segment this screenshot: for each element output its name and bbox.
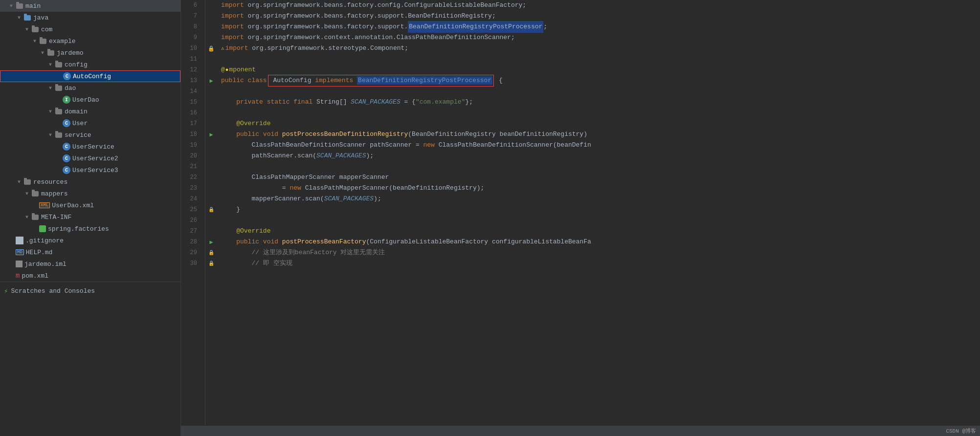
tree-item-main[interactable]: main <box>0 0 180 12</box>
path-8b: ; <box>543 22 547 32</box>
gutter-29: 🔒 <box>205 247 217 258</box>
comment-29: // 这里涉及到beanFactory 对这里无需关注 <box>251 247 385 258</box>
tree-item-java[interactable]: java <box>0 12 180 23</box>
tree-item-userservice[interactable]: C UserService <box>0 141 180 153</box>
tree-item-dao[interactable]: dao <box>0 82 180 94</box>
ln-24: 24 <box>181 194 201 204</box>
ln-23: 23 <box>181 183 201 194</box>
code-line-25: } <box>221 204 980 215</box>
tree-item-user[interactable]: C User <box>0 117 180 129</box>
annotation-12b: mponent <box>229 65 256 75</box>
code-line-8: import org.springframework.beans.factory… <box>221 22 980 32</box>
class-icon-autoconfig: C <box>63 72 71 80</box>
code-line-12: @●mponent <box>221 65 980 75</box>
type-cpms2: ClassPathMapperScanner( <box>305 183 393 194</box>
param-name-18: beanDefinitionRegistry <box>500 129 584 140</box>
ln-16: 16 <box>181 108 201 118</box>
ln-6: 6 <box>181 0 201 11</box>
gutter-24 <box>205 194 217 204</box>
tree-item-resources[interactable]: resources <box>0 176 180 188</box>
editor-gutter: 🔒 ▶ ▶ 🔒 ▶ 🔒 🔒 <box>205 0 217 425</box>
lock-icon-25: 🔒 <box>208 207 214 213</box>
tree-label-user: User <box>72 120 88 127</box>
tree-item-userdao[interactable]: I UserDao <box>0 94 180 106</box>
code-content[interactable]: import org.springframework.beans.factory… <box>217 0 980 425</box>
tree-item-userservice2[interactable]: C UserService2 <box>0 153 180 164</box>
scratches-icon: ⚡ <box>4 287 8 295</box>
tree-item-example[interactable]: example <box>0 35 180 47</box>
tree-item-metainf[interactable]: META-INF <box>0 211 180 223</box>
code-line-23: = new ClassPathMapperScanner(beanDefinit… <box>221 183 980 194</box>
arrow-domain <box>47 108 54 115</box>
tree-item-mappers[interactable]: mappers <box>0 188 180 199</box>
code-line-16 <box>221 108 980 118</box>
tree-label-gitignore: .gitignore <box>25 237 64 244</box>
type-cpms: ClassPathMapperScanner <box>251 172 339 183</box>
class-icon-userservice: C <box>63 143 70 151</box>
ln-22: 22 <box>181 172 201 183</box>
type-cpbds2: ClassPathBeanDefinitionScanner(beanDefin <box>439 140 591 151</box>
folder-icon-example <box>39 37 47 45</box>
scan-packages-20: SCAN_PACKAGES <box>316 151 366 161</box>
gutter-12 <box>205 65 217 75</box>
code-line-20: pathScanner.scan(SCAN_PACKAGES); <box>221 151 980 161</box>
code-line-29: // 这里涉及到beanFactory 对这里无需关注 <box>221 247 980 258</box>
tree-item-domain[interactable]: domain <box>0 106 180 117</box>
param-open-18: ( <box>408 129 412 140</box>
code-line-18: public void postProcessBeanDefinitionReg… <box>221 129 980 140</box>
ln-26: 26 <box>181 215 201 226</box>
ln-17: 17 <box>181 118 201 129</box>
var-mapperscanner: mapperScanner <box>339 172 389 183</box>
gutter-11 <box>205 54 217 65</box>
gutter-16 <box>205 108 217 118</box>
ln-27: 27 <box>181 226 201 237</box>
highlight-path-8: BeanDefinitionRegistryPostProcessor <box>408 21 543 33</box>
ln-8: 8 <box>181 22 201 32</box>
kw-void-28: void <box>263 237 282 247</box>
ln-20: 20 <box>181 151 201 161</box>
ln-18: 18 <box>181 129 201 140</box>
tree-item-gitignore[interactable]: .gitignore <box>0 235 180 246</box>
ln-15: 15 <box>181 97 201 108</box>
tree-item-com[interactable]: com <box>0 23 180 35</box>
highlight-bdrpp: BeanDefinitionRegistryPostProcessor <box>357 76 492 85</box>
tree-item-jardemoiml[interactable]: jardemo.iml <box>0 258 180 270</box>
iml-icon <box>16 261 22 267</box>
class-icon-user: C <box>63 119 70 127</box>
gutter-17 <box>205 118 217 129</box>
tree-label-resources: resources <box>33 178 67 186</box>
gutter-13: ▶ <box>205 75 217 86</box>
tree-label-java: java <box>33 14 48 22</box>
arrow-config <box>47 61 54 68</box>
tree-label-domain: domain <box>65 108 88 115</box>
scratches-bar[interactable]: ⚡ Scratches and Consoles <box>0 282 180 300</box>
lock-icon-30: 🔒 <box>208 261 214 266</box>
tree-item-service[interactable]: service <box>0 129 180 141</box>
tree-label-example: example <box>49 38 76 45</box>
arrow-mappers <box>23 190 30 197</box>
tree-item-config[interactable]: config <box>0 59 180 70</box>
spring-factories-icon <box>39 225 46 232</box>
lock-icon-29: 🔒 <box>208 250 214 256</box>
ln-12: 12 <box>181 65 201 75</box>
path-10: org.springframework.stereotype.Component… <box>252 43 408 54</box>
tree-item-userservice3[interactable]: C UserService3 <box>0 164 180 176</box>
tree-item-autoconfig[interactable]: C AutoConfig <box>0 70 180 82</box>
string-com-example: "com.example" <box>416 97 465 108</box>
folder-icon-service <box>55 131 63 139</box>
tree-item-userdaoxml[interactable]: XML UserDao.xml <box>0 199 180 211</box>
folder-icon-metainf <box>31 213 39 221</box>
type-cpbds: ClassPathBeanDefinitionScanner <box>251 140 370 151</box>
annotation-12: @ <box>221 65 225 75</box>
tree-item-springfactories[interactable]: spring.factories <box>0 223 180 235</box>
arrow-example <box>31 38 38 44</box>
comment-30: // 即 空实现 <box>251 258 292 269</box>
scratches-label: Scratches and Consoles <box>11 287 95 295</box>
tree-item-helpmd[interactable]: MD HELP.md <box>0 246 180 258</box>
ln-7: 7 <box>181 11 201 22</box>
code-line-26 <box>221 215 980 226</box>
run-icon-13: ▶ <box>209 77 213 85</box>
tree-item-pomxml[interactable]: m pom.xml <box>0 270 180 282</box>
tree-item-jardemo[interactable]: jardemo <box>0 47 180 59</box>
eq: = { <box>401 97 416 108</box>
